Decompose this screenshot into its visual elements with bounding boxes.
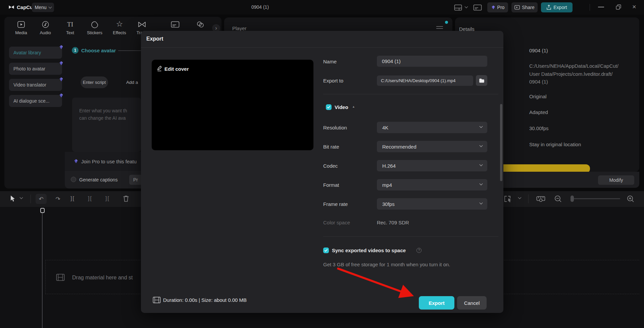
pro-button[interactable]: Pro	[487, 2, 508, 12]
effects-star-icon: ☆	[116, 20, 123, 28]
add-avatar-label[interactable]: Add a	[126, 80, 138, 85]
dialog-cancel-button[interactable]: Cancel	[457, 296, 487, 310]
tab-media[interactable]: Media	[13, 21, 29, 35]
toolbar-separator	[528, 195, 529, 203]
section-divider-2	[323, 236, 498, 237]
modify-label: Modify	[609, 177, 623, 183]
cursor-chevron-icon[interactable]	[20, 196, 23, 199]
script-textarea[interactable]: Enter what you want th can change the AI…	[72, 98, 141, 152]
help-icon[interactable]: ?	[416, 248, 422, 253]
dialog-scrollbar[interactable]	[500, 104, 502, 181]
window-title: 0904 (1)	[251, 4, 269, 10]
snap-chevron-icon[interactable]	[518, 196, 522, 199]
dialog-cancel-label: Cancel	[464, 300, 480, 306]
codec-select[interactable]: H.264	[377, 160, 487, 171]
name-value: 0904 (1)	[382, 58, 401, 64]
export-to-input[interactable]: C:/Users/NEHA/Desktop/0904 (1).mp4	[377, 75, 473, 86]
close-button[interactable]: ×	[632, 3, 636, 11]
pro-gem-icon	[59, 45, 64, 50]
title-bar: CapCut Menu 0904 (1) Pro Share Export	[0, 0, 644, 15]
sidebar-item-label: Video translator	[13, 82, 46, 88]
bitrate-select[interactable]: Recommended	[377, 141, 487, 152]
delete-right-icon[interactable]: ][	[105, 196, 110, 202]
cover-preview[interactable]: Edit cover	[152, 60, 313, 150]
pro-gem-icon	[59, 61, 64, 66]
edit-cover-label: Edit cover	[164, 66, 189, 72]
format-select[interactable]: mp4	[377, 179, 487, 190]
tab-text[interactable]: TI Text	[62, 21, 78, 35]
sidebar-item-video-translator[interactable]: Video translator	[9, 79, 62, 91]
snap-cursor-icon[interactable]	[504, 195, 513, 203]
titlebar-separator	[590, 4, 590, 11]
layout-chevron-icon[interactable]	[465, 5, 468, 8]
tab-text-label: Text	[66, 30, 74, 35]
tab-audio[interactable]: Audio	[37, 21, 53, 35]
tab-stickers-label: Stickers	[87, 30, 102, 35]
name-input[interactable]: 0904 (1)	[377, 56, 487, 67]
chevron-down-icon	[480, 163, 483, 166]
captions-tab-icon[interactable]	[171, 21, 180, 28]
redo-button[interactable]: ↷	[52, 194, 63, 204]
details-adapted-value: Adapted	[529, 109, 548, 115]
enter-script-button[interactable]: Enter script	[81, 76, 108, 88]
split-icon[interactable]: ][	[70, 196, 75, 202]
timeline-preview-icon[interactable]	[536, 196, 545, 203]
sync-checkbox[interactable]	[323, 248, 329, 253]
collapse-section-icon[interactable]: ▲	[352, 105, 355, 108]
drag-hint: Drag material here and st	[72, 275, 133, 281]
video-checkbox[interactable]	[326, 104, 332, 110]
playhead-line[interactable]	[42, 213, 43, 328]
titlebar-export-button[interactable]: Export	[541, 2, 573, 12]
player-layout-icon[interactable]	[454, 4, 462, 11]
zoom-slider-thumb[interactable]	[571, 196, 574, 202]
script-placeholder: Enter what you want th can change the AI…	[72, 98, 141, 122]
overlap-tab-icon[interactable]	[196, 21, 204, 28]
chevron-down-icon	[480, 125, 483, 128]
zoom-out-icon[interactable]	[554, 195, 562, 203]
name-label: Name	[323, 59, 337, 64]
player-menu-icon[interactable]	[436, 26, 443, 29]
export-icon	[546, 5, 551, 10]
share-button[interactable]: Share	[511, 2, 538, 12]
select-cursor-icon[interactable]	[10, 195, 16, 202]
sidebar-item-ai-dialogue[interactable]: AI dialogue sce...	[9, 95, 62, 107]
resolution-select[interactable]: 4K	[377, 122, 487, 133]
timeline-zoom-slider[interactable]	[571, 198, 620, 199]
minimize-button[interactable]	[598, 7, 604, 7]
tab-media-label: Media	[15, 30, 27, 35]
restore-button[interactable]	[615, 4, 622, 10]
sidebar-item-avatar-library[interactable]: Avatar library	[9, 47, 62, 59]
codec-value: H.264	[382, 163, 396, 169]
trash-icon[interactable]	[123, 195, 129, 202]
tab-stickers[interactable]: Stickers	[87, 21, 103, 35]
zoom-in-icon[interactable]	[627, 195, 634, 203]
join-pro-note: Join Pro to use this featu	[81, 159, 137, 164]
browse-folder-button[interactable]	[476, 75, 487, 86]
undo-button[interactable]: ↶	[36, 194, 47, 204]
color-space-label: Color space	[323, 220, 350, 225]
tab-effects[interactable]: ☆ Effects	[111, 20, 128, 35]
pencil-icon	[157, 65, 162, 72]
framerate-select[interactable]: 30fps	[377, 198, 487, 210]
menu-button[interactable]: Menu	[32, 3, 54, 12]
format-label: Format	[323, 182, 339, 188]
captions-panel-icon[interactable]	[473, 4, 482, 11]
video-section-label: Video	[335, 104, 348, 110]
step-title: Choose avatar	[81, 48, 116, 53]
details-name-value: 0904 (1)	[529, 48, 548, 53]
chevron-down-icon	[48, 5, 52, 8]
text-icon: TI	[67, 21, 73, 28]
export-to-label: Export to	[323, 78, 343, 84]
delete-left-icon[interactable]: ][	[88, 196, 92, 202]
resolution-label: Resolution	[323, 125, 347, 130]
color-space-value: Rec. 709 SDR	[377, 220, 409, 225]
sidebar-item-photo-to-avatar[interactable]: Photo to avatar	[9, 63, 62, 75]
tab-effects-label: Effects	[113, 30, 126, 35]
pro-diamond-icon	[491, 5, 496, 10]
playhead-handle[interactable]	[40, 208, 45, 213]
modify-button[interactable]: Modify	[598, 175, 634, 185]
details-path-value: C:/Users/NEHA/AppData/Local/CapCut/ User…	[529, 62, 618, 86]
export-summary: Duration: 0.00s | Size: about 0.00 MB	[163, 297, 247, 303]
generate-captions-label: Generate captions	[79, 177, 117, 182]
generate-captions-checkbox[interactable]	[71, 177, 76, 182]
